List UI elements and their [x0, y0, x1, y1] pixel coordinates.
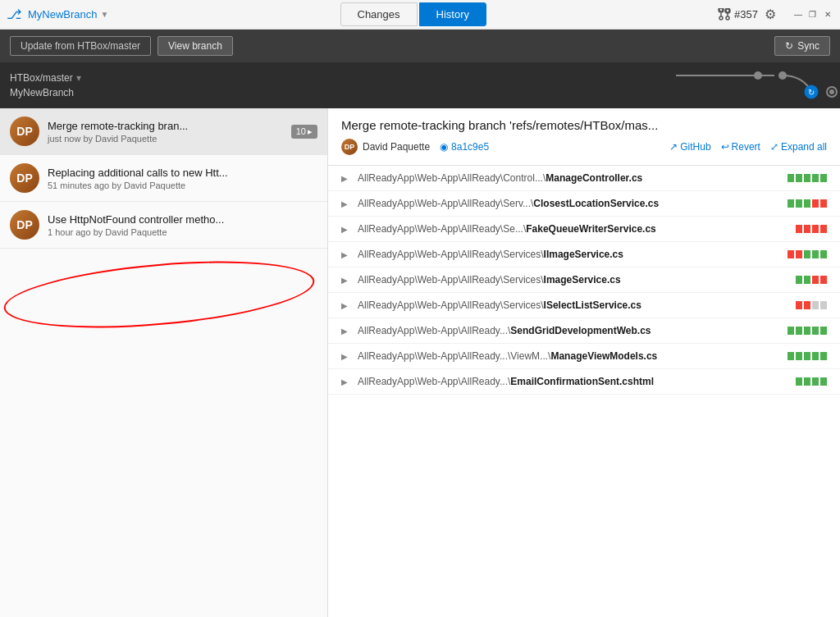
bar-gray [812, 301, 819, 309]
bar-red [820, 276, 827, 284]
bar-green [812, 352, 819, 360]
author-avatar: DP [341, 139, 358, 155]
file-path: AllReadyApp\Web-App\AllReady...\SendGrid… [358, 325, 781, 336]
bar-green [804, 174, 810, 182]
file-row[interactable]: ▶AllReadyApp\Web-App\AllReady\Services\I… [328, 293, 840, 318]
bar-red [796, 301, 802, 309]
branch-dropdown-icon: ▼ [101, 10, 109, 19]
badge-arrow: ▸ [308, 126, 313, 137]
bar-green [788, 352, 794, 360]
bar-red [820, 199, 827, 208]
tab-history[interactable]: History [419, 2, 486, 26]
file-row[interactable]: ▶AllReadyApp\Web-App\AllReady\Services\I… [328, 242, 840, 267]
bar-green [820, 250, 827, 258]
toolbar-left: Update from HTBox/master View branch [10, 36, 233, 56]
bar-green [812, 377, 819, 386]
file-row[interactable]: ▶AllReadyApp\Web-App\AllReady\Se...\Fake… [328, 217, 840, 242]
commit-item[interactable]: DP Replacing additional calls to new Htt… [0, 155, 327, 202]
graph-area: HTBox/master ▾ MyNewBranch ↻ [0, 62, 840, 108]
file-path: AllReadyApp\Web-App\AllReady...\EmailCon… [358, 376, 789, 387]
file-row[interactable]: ▶AllReadyApp\Web-App\AllReady\Control...… [328, 166, 840, 191]
revert-link[interactable]: ↩ Revert [721, 141, 760, 153]
bar-green [804, 327, 810, 335]
toolbar: Update from HTBox/master View branch ↻ S… [0, 30, 840, 62]
pr-icon [718, 8, 731, 21]
commit-message: Use HttpNotFound controller metho... [48, 213, 317, 226]
chevron-icon: ▶ [341, 225, 351, 234]
bar-green [796, 352, 802, 360]
avatar: DP [10, 117, 39, 146]
expand-all-link[interactable]: ⤢ Expand all [770, 141, 827, 153]
github-link[interactable]: ↗ GitHub [669, 141, 710, 153]
svg-point-6 [829, 89, 834, 94]
chevron-icon: ▶ [341, 276, 351, 285]
diff-bars [796, 225, 827, 233]
settings-icon[interactable]: ⚙ [765, 7, 776, 22]
commit-item[interactable]: DP Use HttpNotFound controller metho... … [0, 202, 327, 249]
close-button[interactable]: ✕ [822, 9, 833, 21]
commit-info: Replacing additional calls to new Htt...… [48, 167, 317, 190]
file-row[interactable]: ▶AllReadyApp\Web-App\AllReady...\ViewM..… [328, 344, 840, 369]
diff-bars [788, 352, 827, 360]
avatar: DP [10, 163, 39, 193]
author-name: David Paquette [363, 141, 430, 153]
maximize-button[interactable]: ❐ [807, 9, 819, 21]
bar-green [820, 174, 827, 182]
file-row[interactable]: ▶AllReadyApp\Web-App\AllReady\Serv...\Cl… [328, 191, 840, 217]
main-content: DP Merge remote-tracking bran... just no… [0, 108, 840, 617]
bar-green [796, 327, 802, 335]
diff-actions: ↗ GitHub ↩ Revert ⤢ Expand all [669, 141, 827, 153]
annotation-circle [1, 251, 317, 339]
file-path: AllReadyApp\Web-App\AllReady\Control...\… [358, 172, 781, 184]
title-bar-left: ⎇ MyNewBranch ▼ [7, 7, 108, 22]
minimize-button[interactable]: — [792, 9, 804, 21]
chevron-icon: ▶ [341, 174, 351, 183]
diff-meta: DP David Paquette ◉ 8a1c9e5 ↗ GitHub ↩ R… [341, 139, 827, 155]
bar-red [812, 199, 819, 208]
bar-green [788, 174, 794, 182]
view-branch-button[interactable]: View branch [158, 36, 233, 56]
sync-label: Sync [797, 40, 819, 52]
bar-red [788, 250, 794, 258]
bar-green [804, 199, 810, 208]
pr-link[interactable]: #357 [718, 8, 758, 21]
tab-changes[interactable]: Changes [340, 2, 418, 26]
bar-red [796, 225, 802, 233]
commit-list: DP Merge remote-tracking bran... just no… [0, 108, 328, 617]
branch-name-label: MyNewBranch [28, 8, 98, 21]
hash-value[interactable]: 8a1c9e5 [451, 141, 489, 153]
tab-group: Changes History [340, 2, 487, 26]
chevron-icon: ▶ [341, 377, 351, 386]
branch-graph: ↻ [676, 62, 840, 108]
pr-number: #357 [734, 8, 758, 21]
sync-icon: ↻ [785, 40, 793, 52]
commit-item[interactable]: DP Merge remote-tracking bran... just no… [0, 108, 327, 155]
update-button[interactable]: Update from HTBox/master [10, 36, 151, 56]
branch-icon: ⎇ [7, 7, 21, 22]
bar-green [812, 327, 819, 335]
commit-badge: 10 ▸ [291, 125, 317, 139]
revert-label: Revert [732, 141, 760, 153]
bar-green [788, 327, 794, 335]
file-row[interactable]: ▶AllReadyApp\Web-App\AllReady...\SendGri… [328, 318, 840, 344]
bar-green [820, 352, 827, 360]
file-row[interactable]: ▶AllReadyApp\Web-App\AllReady\Services\I… [328, 267, 840, 293]
expand-icon: ⤢ [770, 141, 778, 153]
bar-green [796, 276, 802, 284]
sync-button[interactable]: ↻ Sync [774, 36, 830, 56]
diff-bars [796, 276, 827, 284]
bar-green [796, 199, 802, 208]
bar-green [796, 377, 802, 386]
bar-red [820, 225, 827, 233]
commit-info: Merge remote-tracking bran... just now b… [48, 120, 283, 144]
file-path: AllReadyApp\Web-App\AllReady...\ViewM...… [358, 350, 781, 362]
file-row[interactable]: ▶AllReadyApp\Web-App\AllReady...\EmailCo… [328, 369, 840, 395]
external-link-icon: ↗ [669, 141, 678, 153]
diff-bars [788, 250, 827, 258]
diff-header: Merge remote-tracking branch 'refs/remot… [328, 108, 840, 166]
diff-hash: ◉ 8a1c9e5 [440, 141, 489, 153]
branch-selector[interactable]: MyNewBranch ▼ [28, 8, 108, 21]
file-path: AllReadyApp\Web-App\AllReady\Services\IS… [358, 299, 789, 311]
diff-bars [796, 377, 827, 386]
bar-red [812, 225, 819, 233]
